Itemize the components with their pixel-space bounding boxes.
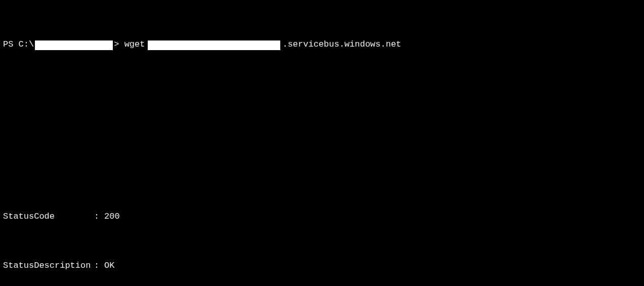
key-statusdescription: StatusDescription	[3, 260, 94, 272]
val-statuscode: 200	[104, 211, 630, 223]
blank-line	[3, 88, 641, 100]
blank-line	[3, 124, 641, 136]
redacted-path	[35, 40, 113, 50]
prompt-arrow: >	[114, 38, 119, 51]
row-statusdescription: StatusDescription : OK	[3, 260, 641, 272]
colon: :	[94, 211, 104, 223]
key-statuscode: StatusCode	[3, 211, 94, 223]
colon: :	[94, 260, 104, 272]
val-statusdescription: OK	[104, 260, 630, 272]
host-suffix: .servicebus.windows.net	[282, 38, 401, 51]
prompt-prefix: PS C:\	[3, 38, 34, 51]
command-prompt-line[interactable]: PS C:\ > wget .servicebus.windows.net	[3, 38, 641, 51]
row-statuscode: StatusCode : 200	[3, 211, 641, 223]
output-block: StatusCode : 200 StatusDescription : OK …	[3, 174, 641, 286]
command-text: wget	[124, 38, 145, 51]
terminal-window[interactable]: PS C:\ > wget .servicebus.windows.net St…	[0, 0, 644, 286]
redacted-host	[148, 40, 280, 50]
prompt-space	[119, 38, 124, 51]
